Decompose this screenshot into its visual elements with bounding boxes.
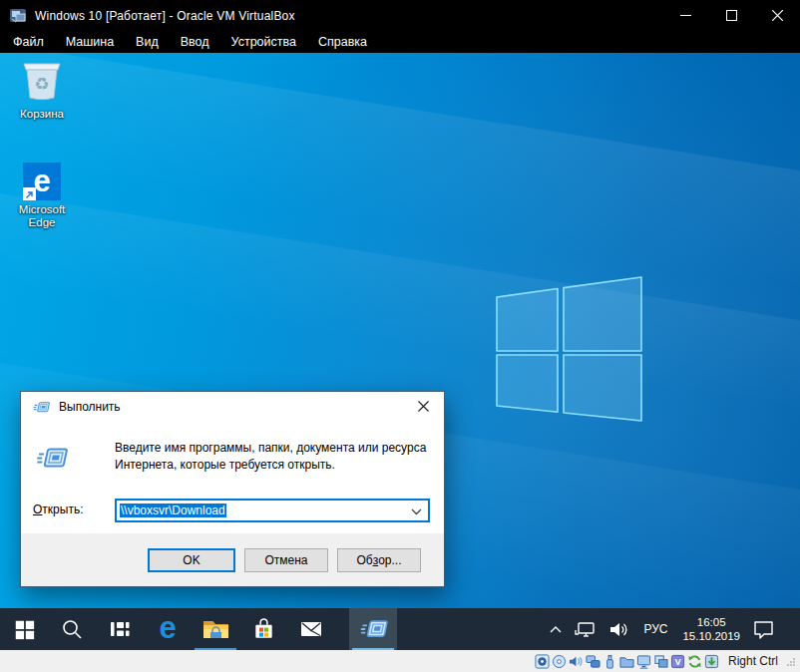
action-center-icon[interactable] [747,608,780,650]
vbox-network-icon[interactable] [586,654,600,669]
vm-titlebar: Windows 10 [Работает] - Oracle VM Virtua… [0,0,800,31]
virtualbox-vm-window: Windows 10 [Работает] - Oracle VM Virtua… [0,0,800,672]
volume-icon[interactable] [602,608,635,650]
run-dialog-body: Введите имя программы, папки, документа … [21,422,444,535]
run-dialog-message: Введите имя программы, папки, документа … [115,440,440,474]
host-key-label: Right Ctrl [728,654,778,668]
taskbar-file-explorer-button[interactable] [192,608,239,650]
tray-clock[interactable]: 16:05 15.10.2019 [675,615,747,643]
menu-help[interactable]: Справка [307,32,378,52]
mail-icon [298,616,324,642]
keyboard-capture-icon[interactable] [704,654,719,669]
start-button[interactable] [0,608,48,650]
taskbar-store-button[interactable] [239,608,287,650]
ok-button[interactable]: OK [148,548,235,572]
optical-disc-icon[interactable] [552,654,567,669]
search-icon [60,617,84,641]
run-icon [358,617,388,641]
edge-icon: e [23,163,61,200]
menu-devices[interactable]: Устройства [220,32,307,52]
windows-logo [487,270,648,432]
audio-icon[interactable] [569,654,584,669]
vm-window-title: Windows 10 [Работает] - Oracle VM Virtua… [35,9,662,23]
search-button[interactable] [48,608,96,650]
chevron-down-icon[interactable] [411,504,422,522]
run-dialog-titlebar: Выполнить [21,392,444,422]
recording-icon[interactable] [653,654,668,669]
taskbar-edge-button[interactable]: e [144,608,192,650]
desktop-icon-recycle-bin[interactable]: ♻ Корзина [4,57,80,121]
virtualbox-app-icon [9,8,27,24]
file-explorer-icon [201,617,230,641]
start-icon [14,619,35,640]
resize-grip[interactable] [785,656,796,667]
network-icon[interactable] [569,608,602,650]
language-indicator[interactable]: РУС [635,608,675,650]
usb-icon[interactable] [602,654,617,669]
store-icon [251,617,276,642]
desktop-icon-microsoft-edge[interactable]: e Microsoft Edge [4,163,80,229]
svg-text:V: V [674,657,681,667]
tray-date: 15.10.2019 [682,629,740,643]
taskbar: e [0,608,800,650]
mouse-integration-icon[interactable] [687,654,702,669]
guest-desktop: ♻ Корзина e Microsoft Edge [0,53,800,650]
edge-icon: e [159,612,176,643]
tray-time: 16:05 [682,615,740,629]
display-icon[interactable] [636,654,651,669]
menu-file[interactable]: Файл [2,32,55,52]
desktop-icon-label: Microsoft Edge [4,203,80,229]
open-combobox[interactable]: \\vboxsvr\Download [115,499,430,522]
vm-features-icon[interactable]: V [670,654,685,669]
menu-view[interactable]: Вид [125,32,170,52]
vm-menubar: Файл Машина Вид Ввод Устройства Справка [0,31,800,53]
run-icon [32,400,50,415]
system-tray: РУС 16:05 15.10.2019 [543,608,800,650]
shortcut-arrow-icon [23,187,36,200]
close-icon[interactable] [754,0,800,31]
task-view-button[interactable] [96,608,144,650]
recycle-bin-icon: ♻ [21,57,63,101]
hard-disk-icon[interactable] [535,654,550,669]
minimize-icon[interactable] [662,0,708,31]
maximize-icon[interactable] [708,0,754,31]
task-view-icon [108,617,132,641]
run-icon-large [34,445,68,475]
run-dialog: Выполнить Вв [20,391,445,587]
menu-machine[interactable]: Машина [55,32,125,52]
text-caret [224,504,226,517]
run-dialog-title: Выполнить [59,400,121,414]
browse-button[interactable]: Обзор... [337,548,421,572]
svg-text:♻: ♻ [34,75,49,94]
dialog-close-icon[interactable] [403,392,444,421]
desktop-icon-label: Корзина [4,108,80,121]
open-field-label: Открыть: [33,503,83,516]
run-dialog-footer: OK Отмена Обзор... [21,533,444,586]
vbox-statusbar: V Right Ctrl [0,650,800,672]
tray-chevron-up-icon[interactable] [543,608,569,650]
combobox-selected-text: \\vboxsvr\Download [120,504,226,517]
taskbar-run-dialog-button[interactable] [349,608,397,650]
cancel-button[interactable]: Отмена [244,548,328,572]
menu-input[interactable]: Ввод [170,32,220,52]
shared-folders-icon[interactable] [619,654,634,669]
taskbar-mail-button[interactable] [287,608,335,650]
